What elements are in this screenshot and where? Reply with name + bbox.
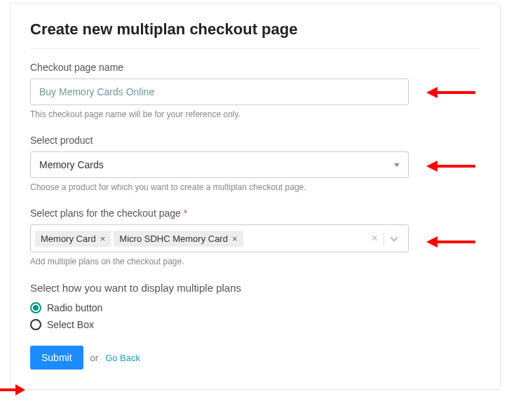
product-select[interactable]: Memory Cards [30, 151, 409, 178]
product-label: Select product [30, 135, 480, 146]
section-select-product: Select product Memory Cards Choose a pro… [30, 135, 480, 192]
section-display-mode: Select how you want to display multiple … [30, 282, 480, 330]
form-actions: Submit or Go Back [30, 346, 480, 370]
radio-label: Select Box [47, 319, 94, 330]
dropdown-toggle[interactable] [384, 237, 401, 241]
multiselect-controls: × [366, 225, 408, 252]
section-checkout-name: Checkout page name This checkout page na… [30, 62, 480, 119]
required-mark: * [184, 208, 187, 219]
clear-all-icon[interactable]: × [366, 232, 384, 245]
caret-down-icon [394, 163, 400, 167]
form-card: Create new multiplan checkout page Check… [10, 3, 501, 390]
display-label: Select how you want to display multiple … [30, 282, 480, 294]
go-back-link[interactable]: Go Back [105, 353, 140, 363]
radio-icon [30, 302, 41, 313]
plan-tag: Memory Card × [35, 231, 111, 247]
product-select-value: Memory Cards [39, 159, 104, 170]
submit-button[interactable]: Submit [30, 346, 83, 370]
plans-multiselect[interactable]: Memory Card × Micro SDHC Memory Card × × [30, 224, 409, 252]
plans-label: Select plans for the checkout page * [30, 208, 480, 219]
plans-label-text: Select plans for the checkout page [30, 208, 181, 219]
plan-tag: Micro SDHC Memory Card × [114, 231, 243, 247]
radio-label: Radio button [47, 302, 102, 313]
plan-tag-label: Memory Card [41, 233, 96, 244]
plans-help: Add multiple plans on the checkout page. [30, 257, 480, 266]
product-help: Choose a product for which you want to c… [30, 182, 480, 192]
divider [30, 48, 480, 49]
or-text: or [90, 353, 99, 363]
remove-tag-icon[interactable]: × [232, 234, 238, 243]
checkout-name-input[interactable] [30, 79, 409, 105]
section-select-plans: Select plans for the checkout page * Mem… [30, 208, 480, 266]
remove-tag-icon[interactable]: × [100, 234, 106, 243]
checkout-name-help: This checkout page name will be for your… [30, 109, 480, 119]
checkout-name-label: Checkout page name [30, 62, 480, 73]
chevron-down-icon [390, 233, 398, 241]
radio-icon [30, 319, 41, 330]
radio-option-radio-button[interactable]: Radio button [30, 302, 480, 313]
radio-option-select-box[interactable]: Select Box [30, 319, 480, 330]
plan-tag-label: Micro SDHC Memory Card [119, 233, 228, 244]
page-title: Create new multiplan checkout page [30, 20, 480, 39]
